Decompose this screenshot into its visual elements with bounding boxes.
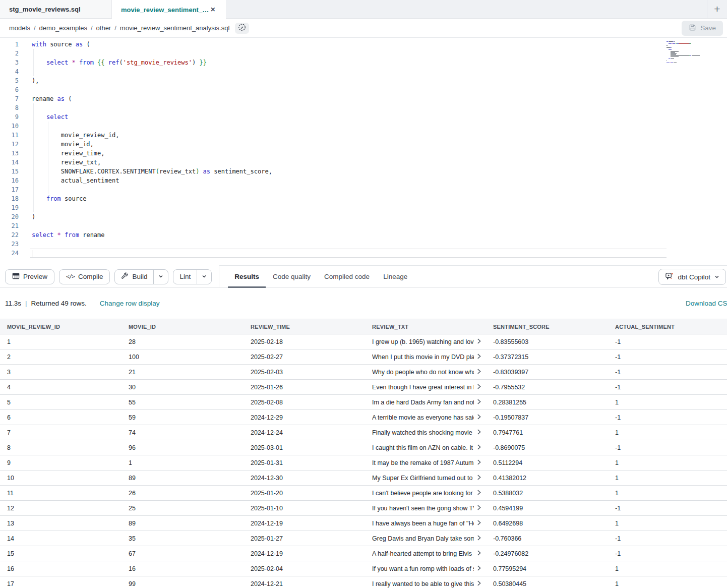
line-number: 12	[0, 141, 19, 148]
table-row: 10892024-12-30My Super Ex Girlfriend tur…	[0, 471, 727, 486]
code-line[interactable]: 22select * from rename	[0, 230, 727, 240]
cell-movie-review-id: 6	[0, 410, 122, 425]
expand-cell-button[interactable]	[475, 535, 483, 543]
query-status-bar: 11.3s | Returned 49 rows. Change row dis…	[0, 288, 727, 319]
new-tab-button[interactable]: +	[707, 0, 727, 18]
cell-sentiment-score: -0.24976082	[486, 546, 608, 561]
cell-review-time: 2025-02-03	[244, 365, 365, 380]
code-line[interactable]: 20)	[0, 212, 727, 221]
expand-cell-button[interactable]	[475, 489, 483, 497]
code-line[interactable]: 21	[0, 221, 727, 230]
copilot-edit-button[interactable]	[235, 23, 249, 34]
code-line[interactable]: 10	[0, 122, 727, 131]
lint-options-caret[interactable]	[197, 270, 211, 284]
expand-cell-button[interactable]	[475, 398, 483, 406]
cell-actual-sentiment: -1	[608, 440, 727, 455]
close-tab-icon[interactable]: ✕	[209, 5, 217, 14]
expand-cell-button[interactable]	[475, 353, 483, 361]
code-line[interactable]: 7rename as (	[0, 94, 727, 103]
cell-review-time: 2024-12-21	[244, 576, 365, 588]
code-line[interactable]: 3 select * from {{ ref('stg_movie_review…	[0, 58, 727, 67]
tab-lineage[interactable]: Lineage	[383, 266, 407, 288]
code-line[interactable]: 4	[0, 67, 727, 76]
expand-cell-button[interactable]	[475, 474, 483, 482]
code-text: from source	[30, 194, 86, 203]
table-row: 14352025-01-27Greg Davis and Bryan Daly …	[0, 531, 727, 546]
expand-cell-button[interactable]	[475, 550, 483, 558]
cell-actual-sentiment: 1	[608, 576, 727, 588]
line-number: 17	[0, 186, 19, 193]
cell-review-txt: I can't believe people are looking for a…	[365, 486, 486, 501]
sql-code-editor[interactable]: 1with source as (23 select * from {{ ref…	[0, 38, 727, 266]
tab-movie-review-sentiment[interactable]: movie_review_sentiment_… ✕	[112, 0, 226, 19]
table-header-row: MOVIE_REVIEW_ID MOVIE_ID REVIEW_TIME REV…	[0, 319, 727, 334]
change-row-display-link[interactable]: Change row display	[100, 300, 160, 307]
compile-button[interactable]: </> Compile	[59, 269, 110, 284]
expand-cell-button[interactable]	[475, 565, 483, 573]
download-csv-link[interactable]: Download CSV	[686, 300, 727, 307]
code-text	[30, 122, 32, 131]
code-line[interactable]: 19	[0, 203, 727, 212]
cell-actual-sentiment: -1	[608, 365, 727, 380]
column-header-actual-sentiment[interactable]: ACTUAL_SENTIMENT	[608, 319, 727, 334]
expand-cell-button[interactable]	[475, 429, 483, 437]
tab-code-quality[interactable]: Code quality	[273, 266, 311, 288]
cell-sentiment-score: -0.83555603	[486, 334, 608, 349]
build-options-caret[interactable]	[153, 270, 168, 284]
chevron-right-icon	[477, 398, 481, 406]
copilot-chat-icon	[665, 272, 674, 282]
lint-button[interactable]: Lint	[173, 270, 197, 284]
code-line[interactable]: 18 from source	[0, 194, 727, 203]
column-header-movie-review-id[interactable]: MOVIE_REVIEW_ID	[0, 319, 122, 334]
code-line[interactable]: 5),	[0, 76, 727, 85]
column-header-movie-id[interactable]: MOVIE_ID	[122, 319, 244, 334]
expand-cell-button[interactable]	[475, 504, 483, 512]
save-button[interactable]: Save	[682, 21, 723, 36]
cell-actual-sentiment: 1	[608, 425, 727, 440]
expand-cell-button[interactable]	[475, 580, 483, 588]
table-body: 1282025-02-18I grew up (b. 1965) watchin…	[0, 334, 727, 588]
expand-cell-button[interactable]	[475, 414, 483, 422]
code-text	[30, 221, 32, 230]
tab-label: movie_review_sentiment_…	[121, 6, 209, 14]
expand-cell-button[interactable]	[475, 368, 483, 376]
expand-cell-button[interactable]	[475, 459, 483, 467]
code-line[interactable]: 17	[0, 185, 727, 194]
table-row: 3212025-02-03Why do people who do not kn…	[0, 365, 727, 380]
dbt-copilot-button[interactable]: dbt Copilot	[658, 269, 726, 285]
tab-stg-movie-reviews[interactable]: stg_movie_reviews.sql	[0, 0, 112, 18]
expand-cell-button[interactable]	[475, 519, 483, 527]
code-line[interactable]: 24	[0, 249, 727, 258]
code-line[interactable]: 12 movie_id,	[0, 140, 727, 149]
tab-compiled-code[interactable]: Compiled code	[324, 266, 370, 288]
code-line[interactable]: 1with source as (	[0, 40, 727, 49]
tab-results[interactable]: Results	[234, 266, 259, 288]
cell-movie-id: 89	[122, 516, 244, 531]
table-row: 16162025-02-04If you want a fun romp wit…	[0, 561, 727, 576]
column-header-review-txt[interactable]: REVIEW_TXT	[365, 319, 486, 334]
chevron-right-icon	[477, 565, 481, 572]
code-line[interactable]: 11 movie_review_id,	[0, 131, 727, 140]
minimap[interactable]	[667, 41, 707, 66]
code-line[interactable]: 6	[0, 85, 727, 94]
cell-review-txt: A terrible movie as everyone has said. …	[365, 410, 486, 425]
table-row: 13892024-12-19I have always been a huge …	[0, 516, 727, 531]
expand-cell-button[interactable]	[475, 338, 483, 346]
column-header-review-time[interactable]: REVIEW_TIME	[244, 319, 365, 334]
code-line[interactable]: 14 review_txt,	[0, 158, 727, 167]
code-line[interactable]: 8	[0, 103, 727, 112]
expand-cell-button[interactable]	[475, 383, 483, 391]
column-header-sentiment-score[interactable]: SENTIMENT_SCORE	[486, 319, 608, 334]
code-line[interactable]: 16 actual_sentiment	[0, 176, 727, 185]
preview-button[interactable]: Preview	[5, 269, 54, 284]
code-line[interactable]: 15 SNOWFLAKE.CORTEX.SENTIMENT(review_txt…	[0, 167, 727, 176]
build-button[interactable]: Build	[115, 270, 153, 284]
code-line[interactable]: 13 review_time,	[0, 149, 727, 158]
code-line[interactable]: 9 select	[0, 112, 727, 122]
expand-cell-button[interactable]	[475, 444, 483, 452]
cell-movie-review-id: 7	[0, 425, 122, 440]
chevron-right-icon	[477, 459, 481, 466]
line-number: 2	[0, 50, 19, 57]
code-line[interactable]: 2	[0, 49, 727, 58]
code-line[interactable]: 23	[0, 240, 727, 249]
